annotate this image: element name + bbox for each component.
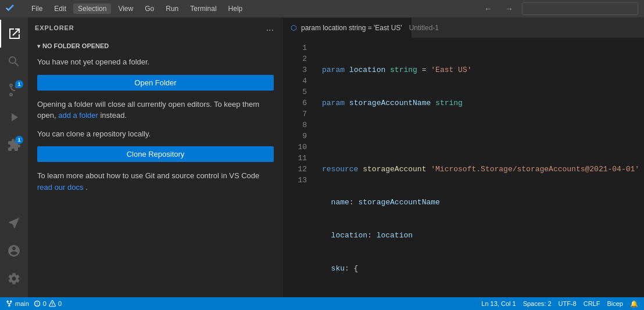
source-control-badge: 1 [15, 80, 23, 88]
menu-bar: File Edit Selection View Go Run Terminal… [27, 3, 247, 14]
code-line-7: sku: { [322, 263, 644, 274]
activity-item-search[interactable] [0, 48, 28, 75]
titlebar-right: ← → [480, 2, 638, 15]
line-num-6: 6 [284, 98, 307, 109]
no-folder-section: ▾ NO FOLDER OPENED You have not yet open… [37, 42, 274, 193]
line-num-4: 4 [284, 75, 307, 86]
no-folder-header[interactable]: ▾ NO FOLDER OPENED [37, 42, 274, 49]
status-line-col[interactable]: Ln 13, Col 1 [481, 300, 516, 307]
tab-bar: ⬡ param location string = 'East US' Unti… [284, 17, 644, 38]
no-folder-text2: Opening a folder will close all currentl… [37, 99, 274, 121]
sidebar-title: EXPLORER [35, 24, 74, 31]
code-line-1: param location string = 'East US' [322, 64, 644, 75]
sidebar: EXPLORER ... ▾ NO FOLDER OPENED You have… [28, 17, 284, 297]
line-num-10: 10 [284, 142, 307, 153]
activity-bar: 1 1 [0, 17, 28, 297]
status-errors[interactable]: 0 0 [34, 300, 62, 307]
activity-item-account[interactable] [0, 237, 28, 265]
code-line-2: param storageAccountName string [322, 98, 644, 109]
code-content[interactable]: param location string = 'East US' param … [313, 38, 644, 297]
line-num-5: 5 [284, 86, 307, 98]
read-docs-link[interactable]: read our docs [37, 183, 84, 192]
chevron-down-icon: ▾ [37, 43, 40, 49]
titlebar: File Edit Selection View Go Run Terminal… [0, 0, 644, 17]
status-spaces[interactable]: Spaces: 2 [523, 300, 552, 307]
status-eol[interactable]: CRLF [584, 300, 600, 307]
sidebar-header: EXPLORER ... [28, 17, 283, 38]
code-editor[interactable]: 1 2 3 4 5 6 7 8 9 10 11 12 13 param loca… [284, 38, 644, 297]
editor-tab[interactable]: ⬡ param location string = 'East US' Unti… [284, 17, 412, 38]
no-folder-text4: To learn more about how to use Git and s… [37, 170, 274, 193]
code-line-4: resource storageAccount 'Microsoft.Stora… [322, 164, 644, 175]
line-num-9: 9 [284, 131, 307, 142]
sidebar-more-button[interactable]: ... [264, 21, 276, 34]
clone-repository-button[interactable]: Clone Repository [37, 146, 274, 162]
menu-help[interactable]: Help [224, 3, 248, 14]
editor-area: ⬡ param location string = 'East US' Unti… [284, 17, 644, 297]
line-num-8: 8 [284, 120, 307, 131]
status-feedback[interactable]: 🔔 [630, 300, 638, 308]
open-folder-button[interactable]: Open Folder [37, 75, 274, 91]
line-num-2: 2 [284, 53, 307, 64]
back-button[interactable]: ← [480, 2, 496, 15]
add-folder-link[interactable]: add a folder [58, 111, 98, 120]
code-line-5: name: storageAccountName [322, 197, 644, 208]
command-search[interactable] [522, 2, 638, 15]
no-folder-text1: You have not yet opened a folder. [37, 56, 274, 68]
activity-item-settings[interactable] [0, 265, 28, 293]
status-encoding[interactable]: UTF-8 [559, 300, 577, 307]
activity-item-explorer[interactable] [0, 20, 28, 48]
extensions-badge: 1 [15, 136, 23, 144]
code-line-6: location: location [322, 230, 644, 241]
menu-selection[interactable]: Selection [73, 3, 111, 14]
menu-file[interactable]: File [27, 3, 47, 14]
menu-terminal[interactable]: Terminal [185, 3, 221, 14]
line-numbers: 1 2 3 4 5 6 7 8 9 10 11 12 13 [284, 38, 313, 297]
status-language[interactable]: Bicep [607, 300, 623, 307]
tab-file-icon: ⬡ [291, 24, 296, 32]
menu-view[interactable]: View [113, 3, 138, 14]
no-folder-text3: You can clone a repository locally. [37, 128, 274, 140]
activity-item-run[interactable] [0, 103, 28, 131]
menu-go[interactable]: Go [140, 3, 159, 14]
tab-label: param location string = 'East US' [301, 24, 402, 32]
no-folder-label: NO FOLDER OPENED [42, 42, 109, 49]
activity-item-extensions[interactable]: 1 [0, 131, 28, 159]
forward-button[interactable]: → [501, 2, 517, 15]
main-layout: 1 1 [0, 17, 644, 297]
line-num-11: 11 [284, 153, 307, 164]
line-num-1: 1 [284, 42, 307, 53]
line-num-7: 7 [284, 109, 307, 120]
status-branch[interactable]: main [6, 300, 29, 307]
app-logo [6, 4, 15, 13]
activity-item-source-control[interactable]: 1 [0, 75, 28, 103]
line-num-12: 12 [284, 164, 307, 175]
activity-bottom [0, 209, 28, 293]
line-num-3: 3 [284, 64, 307, 75]
sidebar-content: ▾ NO FOLDER OPENED You have not yet open… [28, 38, 283, 297]
status-bar: main 0 0 Ln 13, Col 1 Spaces: 2 UTF-8 CR… [0, 297, 644, 310]
sidebar-actions: ... [264, 21, 276, 34]
activity-item-remote[interactable] [0, 209, 28, 237]
status-right: Ln 13, Col 1 Spaces: 2 UTF-8 CRLF Bicep … [481, 300, 638, 308]
line-num-13: 13 [284, 175, 307, 186]
tab-filename: Untitled-1 [409, 24, 439, 32]
menu-edit[interactable]: Edit [49, 3, 71, 14]
menu-run[interactable]: Run [161, 3, 183, 14]
status-left: main 0 0 [6, 300, 62, 307]
code-line-3 [322, 131, 644, 142]
